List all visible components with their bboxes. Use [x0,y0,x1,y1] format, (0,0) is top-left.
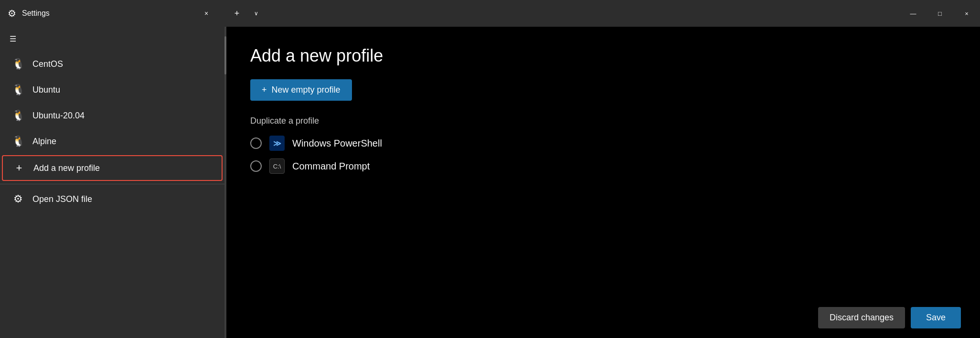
sidebar-item-alpine[interactable]: 🐧 Alpine [0,128,224,154]
content-area: Add a new profile + New empty profile Du… [226,27,980,338]
sidebar-item-label-centos: CentOS [32,59,63,69]
maximize-button[interactable]: □ [927,0,953,27]
new-empty-profile-button[interactable]: + New empty profile [250,79,352,101]
tab-bar: + ∨ [224,0,900,27]
centos-icon: 🐧 [11,58,25,70]
profile-option-powershell[interactable]: ≫ Windows PowerShell [250,136,956,151]
sidebar-item-label-alpine: Alpine [32,137,56,147]
cmd-profile-label: Command Prompt [292,161,370,172]
window-controls: — □ × [900,0,980,27]
main-content: ☰ 🐧 CentOS 🐧 Ubuntu 🐧 Ubuntu-20.04 🐧 Alp… [0,27,980,338]
sidebar-item-label-ubuntu: Ubuntu [32,85,60,95]
sidebar-divider [0,184,224,184]
duplicate-label: Duplicate a profile [250,116,956,126]
sidebar-item-open-json[interactable]: ⚙ Open JSON file [0,186,224,212]
bottom-action-bar: Discard changes Save [818,307,961,328]
gear-icon: ⚙ [11,193,25,205]
profile-option-cmd[interactable]: C:\ Command Prompt [250,158,956,174]
window-close-button[interactable]: × [953,0,980,27]
sidebar-item-ubuntu[interactable]: 🐧 Ubuntu [0,77,224,103]
page-title: Add a new profile [250,46,956,66]
add-tab-button[interactable]: + [228,5,245,22]
title-bar-title: Settings [22,9,50,18]
settings-gear-icon: ⚙ [8,8,16,19]
title-bar-left: ⚙ Settings × [0,0,224,27]
sidebar-item-centos[interactable]: 🐧 CentOS [0,51,224,77]
hamburger-menu-button[interactable]: ☰ [0,27,224,51]
hamburger-icon: ☰ [10,34,16,43]
ubuntu-icon: 🐧 [11,84,25,96]
new-profile-button-label: New empty profile [272,85,341,95]
sidebar-item-ubuntu2004[interactable]: 🐧 Ubuntu-20.04 [0,103,224,128]
cmd-icon: C:\ [269,158,285,174]
minimize-button[interactable]: — [900,0,927,27]
radio-cmd[interactable] [250,160,262,172]
sidebar: ☰ 🐧 CentOS 🐧 Ubuntu 🐧 Ubuntu-20.04 🐧 Alp… [0,27,224,338]
sidebar-item-label-ubuntu2004: Ubuntu-20.04 [32,111,85,121]
discard-changes-button[interactable]: Discard changes [818,307,905,328]
sidebar-item-label-add-profile: Add a new profile [33,163,100,173]
sidebar-item-add-profile[interactable]: + Add a new profile [2,155,223,181]
new-profile-plus-icon: + [262,85,267,95]
ubuntu2004-icon: 🐧 [11,109,25,122]
alpine-icon: 🐧 [11,135,25,148]
add-profile-plus-icon: + [12,162,26,174]
powershell-profile-label: Windows PowerShell [292,138,382,149]
tab-dropdown-button[interactable]: ∨ [247,5,265,22]
powershell-icon: ≫ [269,136,285,151]
tab-close-button[interactable]: × [196,0,217,27]
save-button[interactable]: Save [911,307,961,328]
title-bar: ⚙ Settings × + ∨ — □ × [0,0,980,27]
sidebar-item-label-open-json: Open JSON file [32,194,92,204]
radio-powershell[interactable] [250,137,262,149]
